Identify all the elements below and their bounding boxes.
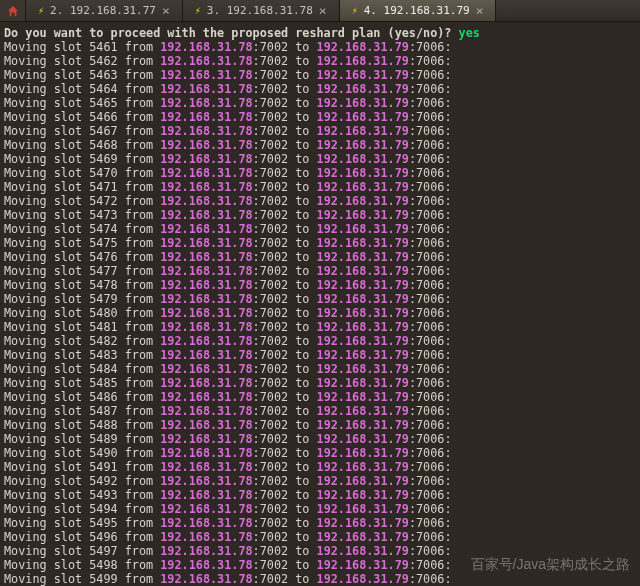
- close-icon[interactable]: ×: [162, 4, 170, 17]
- log-line: Moving slot 5480 from 192.168.31.78:7002…: [4, 306, 634, 320]
- log-line: Moving slot 5465 from 192.168.31.78:7002…: [4, 96, 634, 110]
- log-line: Moving slot 5463 from 192.168.31.78:7002…: [4, 68, 634, 82]
- session-tab[interactable]: ⚡3. 192.168.31.78×: [183, 0, 340, 21]
- log-line: Moving slot 5487 from 192.168.31.78:7002…: [4, 404, 634, 418]
- log-line: Moving slot 5474 from 192.168.31.78:7002…: [4, 222, 634, 236]
- log-line: Moving slot 5468 from 192.168.31.78:7002…: [4, 138, 634, 152]
- log-line: Moving slot 5461 from 192.168.31.78:7002…: [4, 40, 634, 54]
- lightning-icon: ⚡: [195, 5, 201, 16]
- prompt-answer: yes: [459, 26, 480, 40]
- tab-label: 2. 192.168.31.77: [50, 4, 156, 17]
- log-line: Moving slot 5484 from 192.168.31.78:7002…: [4, 362, 634, 376]
- close-icon[interactable]: ×: [476, 4, 484, 17]
- log-line: Moving slot 5488 from 192.168.31.78:7002…: [4, 418, 634, 432]
- session-tab[interactable]: ⚡4. 192.168.31.79×: [340, 0, 497, 21]
- log-line: Moving slot 5497 from 192.168.31.78:7002…: [4, 544, 634, 558]
- log-line: Moving slot 5462 from 192.168.31.78:7002…: [4, 54, 634, 68]
- log-line: Moving slot 5493 from 192.168.31.78:7002…: [4, 488, 634, 502]
- log-line: Moving slot 5489 from 192.168.31.78:7002…: [4, 432, 634, 446]
- log-line: Moving slot 5479 from 192.168.31.78:7002…: [4, 292, 634, 306]
- log-line: Moving slot 5475 from 192.168.31.78:7002…: [4, 236, 634, 250]
- session-tab[interactable]: ⚡2. 192.168.31.77×: [26, 0, 183, 21]
- log-line: Moving slot 5464 from 192.168.31.78:7002…: [4, 82, 634, 96]
- log-line: Moving slot 5491 from 192.168.31.78:7002…: [4, 460, 634, 474]
- log-line: Moving slot 5498 from 192.168.31.78:7002…: [4, 558, 634, 572]
- tabbar-spacer: [496, 0, 640, 21]
- log-line: Moving slot 5471 from 192.168.31.78:7002…: [4, 180, 634, 194]
- terminal-area[interactable]: Do you want to proceed with the proposed…: [0, 22, 640, 586]
- log-line: Moving slot 5473 from 192.168.31.78:7002…: [4, 208, 634, 222]
- log-line: Moving slot 5485 from 192.168.31.78:7002…: [4, 376, 634, 390]
- log-line: Moving slot 5481 from 192.168.31.78:7002…: [4, 320, 634, 334]
- lightning-icon: ⚡: [352, 5, 358, 16]
- log-line: Moving slot 5476 from 192.168.31.78:7002…: [4, 250, 634, 264]
- prompt-line: Do you want to proceed with the proposed…: [4, 26, 634, 40]
- tab-label: 3. 192.168.31.78: [207, 4, 313, 17]
- lightning-icon: ⚡: [38, 5, 44, 16]
- log-line: Moving slot 5495 from 192.168.31.78:7002…: [4, 516, 634, 530]
- prompt-text: Do you want to proceed with the proposed…: [4, 26, 451, 40]
- log-line: Moving slot 5467 from 192.168.31.78:7002…: [4, 124, 634, 138]
- log-line: Moving slot 5483 from 192.168.31.78:7002…: [4, 348, 634, 362]
- log-line: Moving slot 5496 from 192.168.31.78:7002…: [4, 530, 634, 544]
- log-line: Moving slot 5466 from 192.168.31.78:7002…: [4, 110, 634, 124]
- log-line: Moving slot 5492 from 192.168.31.78:7002…: [4, 474, 634, 488]
- log-line: Moving slot 5482 from 192.168.31.78:7002…: [4, 334, 634, 348]
- log-line: Moving slot 5472 from 192.168.31.78:7002…: [4, 194, 634, 208]
- log-line: Moving slot 5478 from 192.168.31.78:7002…: [4, 278, 634, 292]
- log-line: Moving slot 5494 from 192.168.31.78:7002…: [4, 502, 634, 516]
- log-line: Moving slot 5486 from 192.168.31.78:7002…: [4, 390, 634, 404]
- log-line: Moving slot 5470 from 192.168.31.78:7002…: [4, 166, 634, 180]
- log-line: Moving slot 5490 from 192.168.31.78:7002…: [4, 446, 634, 460]
- tab-bar: ⚡2. 192.168.31.77×⚡3. 192.168.31.78×⚡4. …: [0, 0, 640, 22]
- log-line: Moving slot 5477 from 192.168.31.78:7002…: [4, 264, 634, 278]
- tab-label: 4. 192.168.31.79: [364, 4, 470, 17]
- home-button[interactable]: [0, 0, 26, 21]
- close-icon[interactable]: ×: [319, 4, 327, 17]
- log-line: Moving slot 5499 from 192.168.31.78:7002…: [4, 572, 634, 586]
- home-icon: [6, 4, 20, 18]
- log-line: Moving slot 5469 from 192.168.31.78:7002…: [4, 152, 634, 166]
